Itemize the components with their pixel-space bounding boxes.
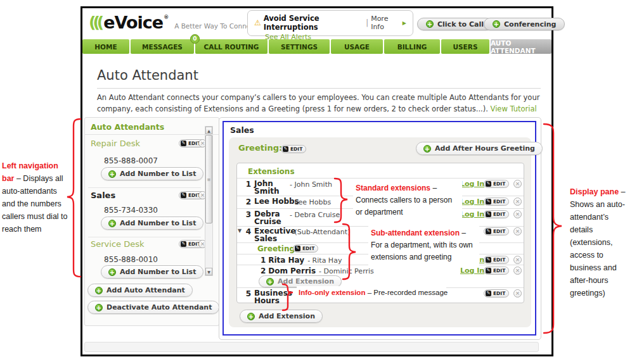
edit-label: EDIT (493, 257, 505, 263)
sub-extension-row: 2 Dom Perris- Dominic Perris Log In ✎EDI… (237, 267, 524, 275)
log-in-link[interactable]: Log In (460, 267, 484, 275)
add-number-label: Add Number to List (120, 219, 196, 227)
extension-number: 2 (242, 198, 251, 206)
logo-wave-icon: ((( (89, 13, 101, 32)
conferencing-label: Conferencing (504, 20, 556, 28)
plus-icon: + (247, 313, 255, 320)
log-in-link[interactable]: Log In (460, 210, 484, 218)
alert-separator: | (366, 18, 368, 27)
delete-extension-button[interactable]: × (513, 267, 522, 275)
tab-usage[interactable]: USAGE (331, 39, 383, 54)
sidebar-heading-divider (85, 134, 219, 135)
conferencing-button[interactable]: + Conferencing (484, 18, 565, 30)
collapse-triangle-icon[interactable]: ▼ (238, 228, 242, 234)
plus-icon: + (108, 220, 116, 227)
add-number-button[interactable]: + Add Number to List (101, 217, 203, 230)
edit-pencil-icon: ✎ (486, 257, 491, 263)
plus-icon: + (423, 145, 431, 153)
add-after-hours-greeting-button[interactable]: + Add After Hours Greeting (416, 142, 543, 155)
edit-greeting-button[interactable]: ✎EDIT (281, 145, 306, 153)
sidebar-scrollbar[interactable]: ▲ ≡ ▼ (205, 126, 213, 276)
edit-extension-button[interactable]: ✎EDIT (484, 210, 509, 218)
plus-icon: + (266, 278, 274, 286)
delete-extension-button[interactable]: × (513, 210, 522, 218)
attendant-name-repair-desk[interactable]: Repair Desk (91, 139, 140, 148)
click-to-call-button[interactable]: + Click to Call (417, 18, 493, 30)
extension-description: - Lee Hobbs (290, 198, 331, 206)
annotation-info-only: Info-only extension – Pre-recorded messa… (297, 286, 446, 299)
tab-call-routing[interactable]: CALL ROUTING (195, 39, 268, 54)
edit-pencil-icon: ✎ (486, 211, 491, 217)
tab-home[interactable]: HOME (82, 39, 129, 54)
edit-label: EDIT (493, 211, 505, 217)
edit-pencil-icon: ✎ (181, 141, 186, 146)
attendant-name-sales[interactable]: Sales (91, 191, 115, 200)
edit-sub-greeting-button[interactable]: ✎EDIT (293, 244, 318, 253)
extension-number: 1 (261, 256, 266, 265)
add-auto-attendant-button[interactable]: + Add Auto Attendant (87, 284, 193, 297)
arrow-right-icon: ▶ (403, 20, 406, 26)
delete-extension-button[interactable]: × (513, 256, 522, 264)
delete-extension-button[interactable]: × (513, 289, 522, 298)
log-in-link[interactable]: Log In (460, 180, 484, 188)
tab-label: MESSAGES (142, 43, 183, 51)
add-number-button[interactable]: + Add Number to List (101, 167, 203, 180)
more-info-link[interactable]: More Info (371, 15, 400, 31)
extension-description: - Rita Hay (307, 256, 342, 265)
edit-label: EDIT (493, 291, 505, 296)
delete-extension-button[interactable]: × (513, 180, 522, 188)
extension-number: 2 (261, 267, 266, 275)
edit-label: EDIT (302, 246, 314, 251)
registered-mark: ® (164, 15, 169, 20)
page-title: Auto Attendant (97, 68, 198, 83)
extension-number: 5 (242, 289, 251, 298)
tab-label: BILLING (397, 43, 427, 51)
sub-greeting-label: Greeting (257, 244, 295, 253)
scroll-down-button[interactable]: ▼ (205, 268, 212, 275)
evoice-logo: ((( eVoice ® A Better Way To Connect™ (89, 13, 264, 32)
annotation-standard-extensions: Standard extensions – Connects callers t… (353, 181, 462, 220)
edit-extension-button[interactable]: ✎EDIT (484, 289, 509, 298)
edit-label: EDIT (493, 229, 505, 234)
messages-count-badge: 0 (190, 34, 200, 44)
edit-label: EDIT (493, 268, 505, 273)
edit-pencil-icon: ✎ (181, 241, 186, 247)
click-to-call-label: Click to Call (437, 20, 484, 28)
log-in-link[interactable]: Log In (460, 198, 484, 206)
add-extension-label: Add Extension (259, 312, 315, 320)
attendant-number: 855-734-0330 (104, 206, 158, 215)
attendant-title: Sales (230, 125, 254, 135)
deactivate-label: Deactivate Auto Attendant (106, 303, 212, 311)
deactivate-auto-attendant-button[interactable]: + Deactivate Auto Attendant (87, 301, 219, 314)
tab-label: USERS (453, 43, 478, 51)
edit-extension-button[interactable]: ✎EDIT (484, 198, 509, 206)
tab-messages[interactable]: MESSAGES 0 (131, 39, 194, 54)
edit-extension-button[interactable]: ✎EDIT (484, 267, 509, 275)
scroll-thumb[interactable]: ≡ (205, 135, 212, 223)
add-number-button[interactable]: + Add Number to List (101, 265, 203, 279)
plus-icon: + (108, 170, 116, 178)
delete-extension-button[interactable]: × (513, 227, 522, 235)
tab-billing[interactable]: BILLING (384, 39, 440, 54)
attendant-name-service-desk[interactable]: Service Desk (91, 239, 145, 249)
logo-wordmark: eVoice (103, 13, 163, 32)
extension-number: 3 (242, 210, 251, 219)
edit-extension-button[interactable]: ✎EDIT (484, 227, 509, 235)
edit-extension-button[interactable]: ✎EDIT (484, 180, 509, 188)
extension-description: - Debra Cruise (290, 211, 340, 219)
scroll-up-button[interactable]: ▲ (205, 127, 212, 134)
tab-auto-attendant[interactable]: AUTO ATTENDANT (491, 39, 551, 54)
extension-name: Dom Perris (268, 267, 316, 275)
edit-pencil-icon: ✎ (486, 291, 491, 296)
warning-icon: ⚠ (254, 18, 261, 27)
edit-extension-button[interactable]: ✎EDIT (484, 256, 509, 264)
tab-settings[interactable]: SETTINGS (269, 39, 330, 54)
sub-add-extension-label: Add Extension (278, 277, 334, 286)
annotation-title: Standard extensions (356, 184, 430, 192)
add-number-label: Add Number to List (120, 170, 196, 178)
tab-users[interactable]: USERS (441, 39, 489, 54)
extension-number: 1 (242, 180, 251, 189)
delete-extension-button[interactable]: × (513, 198, 522, 206)
annotation-title: Display pane (570, 187, 619, 196)
add-extension-button[interactable]: + Add Extension (240, 310, 323, 323)
